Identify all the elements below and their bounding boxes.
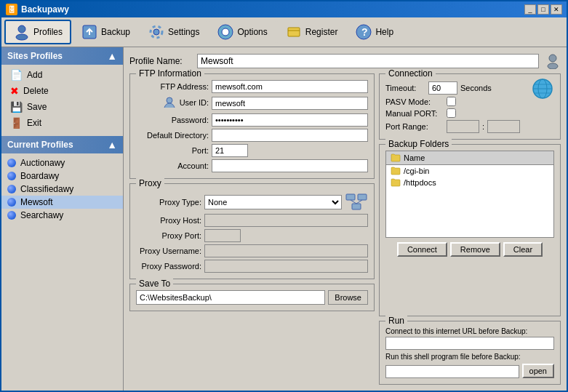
timeout-input[interactable]: [428, 81, 457, 95]
port-range-from-input[interactable]: [447, 120, 479, 133]
connect-button[interactable]: Connect: [397, 242, 447, 257]
sidebar: Sites Profiles ▲ 📄 Add ✖ Delete 💾 Save 🚪: [1, 47, 124, 391]
ftp-password-input[interactable]: [212, 113, 368, 127]
toolbar-options-button[interactable]: Options: [209, 20, 275, 44]
close-button[interactable]: ✕: [551, 4, 562, 15]
save-to-group: Save To Browse: [129, 284, 375, 311]
port-range-separator: :: [482, 122, 484, 131]
ftp-address-input[interactable]: [212, 80, 368, 93]
app-icon: 🗄: [6, 4, 17, 15]
ftp-userid-label: User ID:: [136, 95, 209, 111]
toolbar: Profiles Backup Settings Options: [1, 17, 567, 47]
save-to-input[interactable]: [136, 290, 325, 305]
profile-auctionawy[interactable]: Auctionawy: [1, 156, 123, 169]
ftp-port-row: [212, 144, 368, 157]
profile-name-input[interactable]: [197, 54, 539, 68]
internet-url-input[interactable]: [385, 337, 554, 350]
pasv-label: PASV Mode:: [385, 97, 444, 106]
ftp-address-label: FTP Address:: [136, 82, 209, 91]
run-group: Run Connect to this internet URL before …: [379, 321, 561, 385]
proxy-password-input[interactable]: [204, 260, 368, 273]
proxy-port-label: Proxy Port:: [136, 231, 201, 240]
clear-button[interactable]: Clear: [503, 242, 543, 257]
svg-point-4: [153, 29, 159, 35]
backup-folders-group: Backup Folders Name: [379, 144, 561, 316]
manual-port-checkbox[interactable]: [447, 108, 456, 118]
toolbar-settings-button[interactable]: Settings: [140, 20, 207, 44]
proxy-type-select[interactable]: None HTTP SOCKS4 SOCKS5: [204, 195, 342, 209]
port-range-label: Port Range:: [385, 122, 444, 131]
profile-mewsoft[interactable]: Mewsoft: [1, 196, 123, 209]
remove-button[interactable]: Remove: [450, 242, 500, 257]
manual-port-label: Manual PORT:: [385, 109, 444, 118]
minimize-button[interactable]: _: [524, 4, 536, 15]
port-range-to-input[interactable]: [487, 120, 520, 133]
maximize-button[interactable]: □: [537, 4, 549, 15]
profile-searchawy[interactable]: Searchawy: [1, 209, 123, 222]
profiles-icon: [13, 23, 31, 41]
toolbar-backup-button[interactable]: Backup: [73, 20, 138, 44]
folder-header-icon: [391, 153, 401, 163]
ftp-port-label: Port:: [136, 146, 209, 155]
ftp-group-title: FTP Information: [136, 68, 204, 79]
sidebar-save-label: Save: [27, 102, 47, 112]
pasv-checkbox[interactable]: [447, 97, 456, 106]
timeout-label: Timeout:: [385, 84, 425, 92]
collapse-sites-button[interactable]: ▲: [107, 50, 117, 62]
profile-dot-icon: [7, 159, 16, 167]
toolbar-register-button[interactable]: Register: [277, 20, 346, 44]
globe-icon: [531, 77, 554, 100]
svg-point-12: [549, 55, 556, 62]
proxy-host-input[interactable]: [204, 214, 368, 227]
collapse-profiles-button[interactable]: ▲: [107, 139, 117, 151]
settings-icon: [148, 23, 165, 41]
save-to-row: Browse: [136, 290, 368, 305]
toolbar-help-button[interactable]: ? Help: [347, 20, 401, 44]
options-icon: [217, 23, 234, 41]
proxy-username-label: Proxy Username:: [136, 247, 201, 255]
register-icon: [285, 23, 303, 41]
browse-button[interactable]: Browse: [328, 290, 368, 305]
sidebar-save-item[interactable]: 💾 Save: [7, 100, 117, 114]
ftp-group: FTP Information FTP Address:: [129, 73, 375, 179]
proxy-host-label: Proxy Host:: [136, 216, 201, 225]
open-button[interactable]: open: [522, 364, 554, 378]
svg-rect-16: [358, 194, 367, 200]
save-to-title: Save To: [136, 279, 173, 289]
profile-boardawy[interactable]: Boardawy: [1, 169, 123, 183]
connection-title: Connection: [385, 68, 436, 79]
folder-item-cgi-bin[interactable]: /cgi-bin: [386, 165, 553, 177]
right-panel: Profile Name: FTP Information FTP Addres…: [124, 47, 567, 391]
ftp-userid-input[interactable]: [212, 97, 368, 110]
toolbar-register-label: Register: [305, 27, 338, 37]
sidebar-add-item[interactable]: 📄 Add: [7, 68, 117, 82]
toolbar-settings-label: Settings: [168, 27, 199, 37]
profile-classifiedawy[interactable]: Classifiedawy: [1, 183, 123, 196]
proxy-port-input[interactable]: [204, 229, 241, 242]
svg-point-1: [16, 34, 28, 40]
sidebar-delete-item[interactable]: ✖ Delete: [7, 84, 117, 98]
main-panels: FTP Information FTP Address:: [129, 73, 561, 385]
profile-boardawy-label: Boardawy: [20, 171, 59, 181]
ftp-port-input[interactable]: [212, 144, 248, 157]
svg-line-19: [356, 200, 362, 204]
help-icon: ?: [355, 23, 372, 41]
ftp-defaultdir-input[interactable]: [212, 129, 368, 142]
timeout-row: Timeout: Seconds: [385, 81, 554, 95]
exit-icon: 🚪: [10, 117, 23, 129]
shell-program-input[interactable]: [385, 365, 519, 378]
folder-list: Name /cgi-bin: [385, 151, 554, 238]
sidebar-exit-item[interactable]: 🚪 Exit: [7, 116, 117, 130]
folder-list-header-label: Name: [404, 153, 425, 162]
port-range-row: Port Range: :: [385, 120, 554, 133]
toolbar-profiles-button[interactable]: Profiles: [4, 20, 71, 44]
folder-item-httpdocs[interactable]: /httpdocs: [386, 177, 553, 188]
title-bar-left: 🗄 Backupawy: [6, 4, 69, 15]
toolbar-help-label: Help: [375, 27, 393, 37]
ftp-account-input[interactable]: [212, 159, 368, 172]
proxy-username-input[interactable]: [204, 244, 368, 257]
svg-rect-17: [352, 204, 361, 209]
title-bar: 🗄 Backupawy _ □ ✕: [1, 1, 567, 17]
window-title: Backupawy: [21, 4, 69, 15]
profile-classifiedawy-label: Classifiedawy: [20, 184, 73, 194]
